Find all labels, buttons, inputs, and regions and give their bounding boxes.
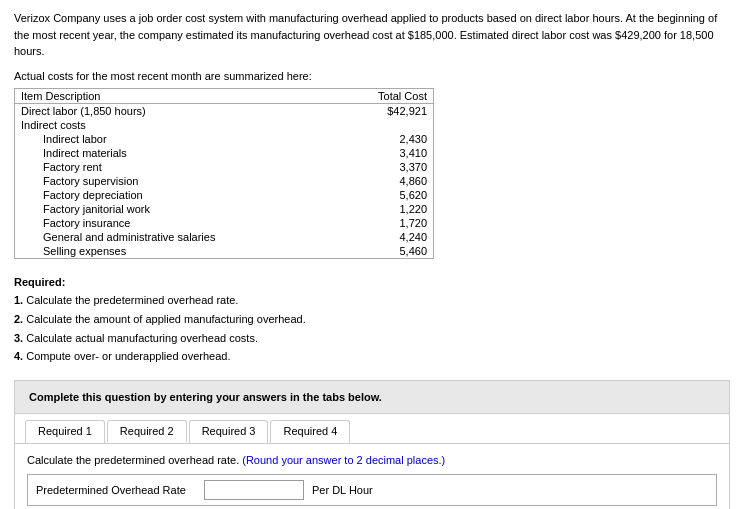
row-label: Factory depreciation: [15, 188, 338, 202]
row-value: 2,430: [338, 132, 434, 146]
row-label: Selling expenses: [15, 244, 338, 259]
question-line: Calculate the predetermined overhead rat…: [27, 454, 717, 466]
question-suffix: (Round your answer to 2 decimal places.): [242, 454, 445, 466]
overhead-rate-input[interactable]: [204, 480, 304, 500]
required-section: Required: 1. Calculate the predetermined…: [14, 273, 730, 366]
required-item-3: 3. Calculate actual manufacturing overhe…: [14, 329, 730, 348]
required-item-1: 1. Calculate the predetermined overhead …: [14, 291, 730, 310]
row-value: $42,921: [338, 103, 434, 118]
row-label: Factory rent: [15, 160, 338, 174]
row-label: Factory supervision: [15, 174, 338, 188]
row-label: Indirect costs: [15, 118, 338, 132]
per-dl-label: Per DL Hour: [312, 484, 373, 496]
table-row: Factory insurance 1,720: [15, 216, 434, 230]
tab-required-4[interactable]: Required 4: [270, 420, 350, 443]
table-row: Indirect labor 2,430: [15, 132, 434, 146]
actual-costs-label: Actual costs for the most recent month a…: [14, 70, 730, 82]
intro-paragraph: Verizox Company uses a job order cost sy…: [14, 10, 730, 60]
required-title: Required:: [14, 276, 65, 288]
required-item-4: 4. Compute over- or underapplied overhea…: [14, 347, 730, 366]
required-item-2: 2. Calculate the amount of applied manuf…: [14, 310, 730, 329]
row-label: Factory insurance: [15, 216, 338, 230]
row-label: Factory janitorial work: [15, 202, 338, 216]
tabs-area: Required 1 Required 2 Required 3 Require…: [14, 414, 730, 509]
row-value: 4,860: [338, 174, 434, 188]
input-label: Predetermined Overhead Rate: [36, 484, 196, 496]
question-text: Calculate the predetermined overhead rat…: [27, 454, 239, 466]
col1-header: Item Description: [15, 88, 338, 103]
row-label: General and administrative salaries: [15, 230, 338, 244]
tab-required-3[interactable]: Required 3: [189, 420, 269, 443]
row-value: 1,220: [338, 202, 434, 216]
table-row: Factory janitorial work 1,220: [15, 202, 434, 216]
table-row: General and administrative salaries 4,24…: [15, 230, 434, 244]
row-value: [338, 118, 434, 132]
main-container: Verizox Company uses a job order cost sy…: [0, 0, 744, 509]
table-row: Factory rent 3,370: [15, 160, 434, 174]
complete-text: Complete this question by entering your …: [29, 391, 715, 403]
row-label: Indirect materials: [15, 146, 338, 160]
cost-table: Item Description Total Cost Direct labor…: [14, 88, 434, 259]
row-value: 3,370: [338, 160, 434, 174]
tab-required-2[interactable]: Required 2: [107, 420, 187, 443]
complete-box: Complete this question by entering your …: [14, 380, 730, 414]
row-label: Direct labor (1,850 hours): [15, 103, 338, 118]
tabs-row: Required 1 Required 2 Required 3 Require…: [15, 414, 729, 444]
row-value: 4,240: [338, 230, 434, 244]
table-row: Factory depreciation 5,620: [15, 188, 434, 202]
row-label: Indirect labor: [15, 132, 338, 146]
table-row: Direct labor (1,850 hours) $42,921: [15, 103, 434, 118]
table-row: Indirect costs: [15, 118, 434, 132]
table-row: Selling expenses 5,460: [15, 244, 434, 259]
row-value: 3,410: [338, 146, 434, 160]
row-value: 5,460: [338, 244, 434, 259]
tab-required-1[interactable]: Required 1: [25, 420, 105, 443]
tab-content: Calculate the predetermined overhead rat…: [15, 444, 729, 509]
row-value: 5,620: [338, 188, 434, 202]
col2-header: Total Cost: [338, 88, 434, 103]
table-row: Factory supervision 4,860: [15, 174, 434, 188]
input-row: Predetermined Overhead Rate Per DL Hour: [27, 474, 717, 506]
row-value: 1,720: [338, 216, 434, 230]
table-row: Indirect materials 3,410: [15, 146, 434, 160]
